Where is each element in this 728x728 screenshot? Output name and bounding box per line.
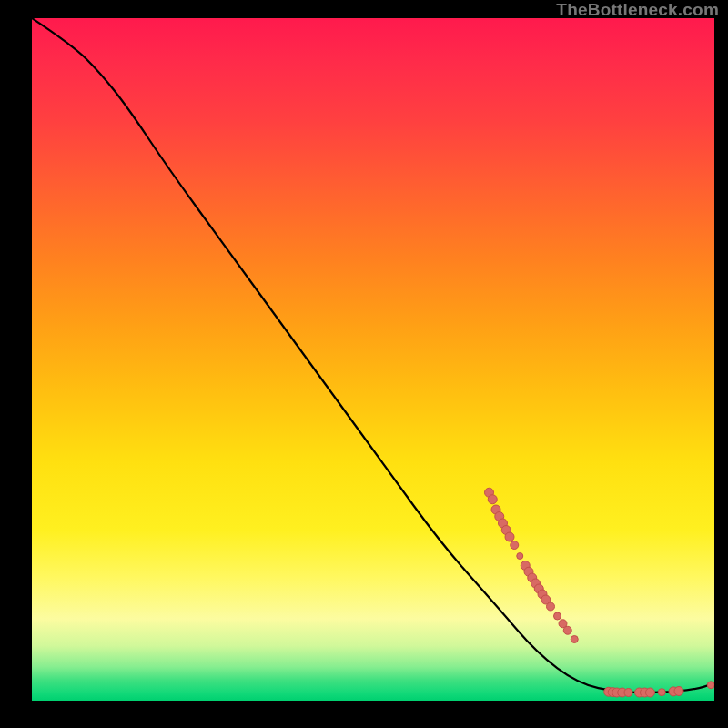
plot-area bbox=[32, 18, 714, 701]
data-point bbox=[488, 495, 497, 504]
watermark-text: TheBottleneck.com bbox=[556, 0, 719, 20]
data-point bbox=[707, 682, 714, 689]
data-point bbox=[624, 689, 632, 697]
data-points bbox=[485, 488, 715, 697]
chart-svg bbox=[32, 18, 714, 701]
data-point bbox=[646, 688, 655, 697]
data-point bbox=[554, 612, 561, 620]
data-point bbox=[658, 689, 665, 696]
data-point bbox=[674, 687, 683, 696]
data-point bbox=[563, 626, 571, 634]
data-point bbox=[511, 541, 519, 550]
data-point bbox=[571, 636, 578, 643]
data-point bbox=[517, 553, 523, 560]
bottleneck-curve bbox=[32, 18, 714, 693]
chart-stage: TheBottleneck.com bbox=[0, 0, 728, 728]
data-point bbox=[505, 532, 514, 541]
data-point bbox=[547, 602, 555, 611]
